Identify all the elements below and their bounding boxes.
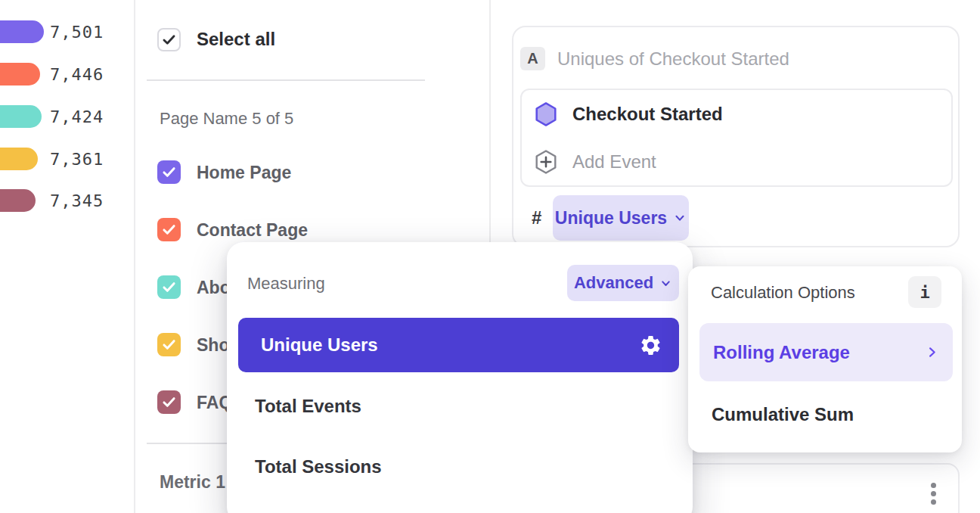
add-event-icon[interactable] — [532, 148, 560, 176]
item-label[interactable]: Home Page — [197, 160, 291, 185]
legend-bar — [0, 189, 36, 212]
check-icon — [161, 337, 177, 353]
select-all-label: Select all — [197, 27, 275, 51]
info-button[interactable]: i — [908, 276, 941, 308]
metric-type-symbol: # — [532, 206, 541, 230]
chevron-down-icon — [659, 277, 672, 290]
calculation-options-title: Calculation Options — [711, 281, 855, 305]
menu-option-total-sessions[interactable]: Total Sessions — [255, 455, 382, 479]
legend-bar — [0, 20, 44, 43]
info-icon: i — [920, 283, 929, 302]
checkbox-shop-page[interactable] — [157, 333, 181, 356]
metric-label: Metric 1 — [160, 470, 225, 494]
advanced-toggle[interactable]: Advanced — [567, 265, 679, 301]
metric-chip[interactable]: Unique Users — [553, 195, 689, 241]
advanced-label: Advanced — [574, 273, 653, 293]
menu-option-rolling-average[interactable]: Rolling Average — [699, 323, 953, 381]
check-icon — [161, 279, 177, 295]
add-event-label[interactable]: Add Event — [572, 150, 656, 174]
select-all-checkbox[interactable] — [157, 28, 181, 51]
chevron-down-icon — [673, 211, 687, 225]
check-icon — [161, 32, 177, 48]
legend-value: 7,361 — [50, 148, 104, 170]
checkbox-about-page[interactable] — [157, 275, 181, 299]
kebab-menu-icon[interactable] — [931, 483, 936, 505]
legend-bar — [0, 148, 38, 170]
group-label: Page Name 5 of 5 — [160, 107, 293, 131]
checkbox-faq-page[interactable] — [157, 390, 181, 414]
legend-value: 7,501 — [50, 20, 104, 43]
menu-option-total-events[interactable]: Total Events — [255, 394, 361, 418]
menu-option-cumulative-sum[interactable]: Cumulative Sum — [712, 403, 854, 427]
legend-value: 7,424 — [50, 105, 104, 128]
event-hexagon-icon — [532, 101, 560, 128]
checkbox-home-page[interactable] — [157, 160, 181, 184]
legend-bar — [0, 105, 42, 128]
menu-option-unique-users[interactable]: Unique Users — [238, 318, 679, 372]
legend-value: 7,345 — [50, 189, 104, 212]
legend-value: 7,446 — [50, 63, 104, 86]
query-row-badge: A — [520, 47, 545, 70]
selected-option-label: Unique Users — [261, 334, 378, 356]
item-label[interactable]: Contact Page — [197, 218, 308, 242]
measuring-title: Measuring — [247, 272, 325, 296]
rolling-average-label: Rolling Average — [713, 342, 850, 363]
gear-icon[interactable] — [639, 334, 662, 357]
event-name[interactable]: Checkout Started — [572, 102, 723, 126]
check-icon — [161, 394, 177, 410]
check-icon — [161, 164, 177, 180]
metric-chip-label: Unique Users — [555, 208, 667, 229]
chevron-right-icon — [925, 345, 939, 359]
panel-divider-left — [134, 0, 135, 513]
checkbox-contact-page[interactable] — [157, 218, 181, 241]
check-icon — [161, 222, 177, 238]
legend-bar — [0, 63, 40, 86]
query-name-input[interactable]: Uniques of Checkout Started — [557, 47, 789, 70]
divider — [147, 79, 425, 81]
